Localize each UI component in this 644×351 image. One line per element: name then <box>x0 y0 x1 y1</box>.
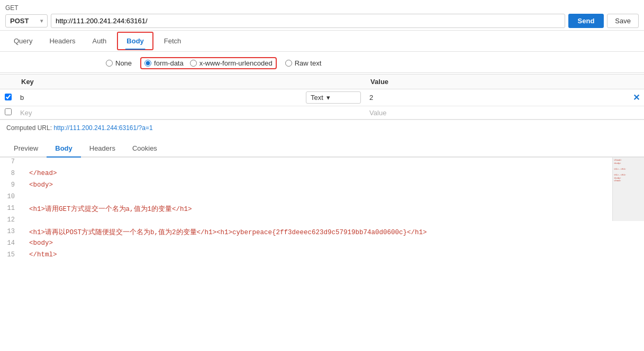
row1-type-value: Text <box>311 94 323 101</box>
request-tabs: Query Headers Auth Body Fetch <box>0 31 644 52</box>
line-number: 9 <box>0 181 19 189</box>
response-tabs: Preview Body Headers Cookies <box>0 140 644 158</box>
method-value: POST <box>10 17 29 25</box>
code-line: 10 <box>0 192 644 204</box>
row1-value-input[interactable] <box>369 94 624 101</box>
radio-none[interactable]: None <box>106 59 132 67</box>
code-line: 8 </head> <box>0 169 644 181</box>
row2-type-cell <box>302 106 365 119</box>
row2-value-input[interactable] <box>369 109 624 117</box>
code-line: 9 <body> <box>0 181 644 192</box>
code-line: 14 <body> <box>0 239 644 251</box>
line-content: </html> <box>19 251 59 259</box>
line-number: 11 <box>0 204 19 213</box>
code-viewer: 78 </head>9 <body>1011 <h1>请用GET方式提交一个名为… <box>0 158 644 262</box>
line-number: 10 <box>0 192 19 201</box>
radio-raw-text-label: Raw text <box>295 59 322 67</box>
send-button[interactable]: Send <box>568 14 604 28</box>
row1-type-dropdown[interactable]: Text ▾ <box>306 91 361 104</box>
url-row: POST ▾ Send Save <box>5 14 639 28</box>
minimap: </head><body><h1>...</h1><h1>...</h1><bo… <box>612 158 644 221</box>
col-key-header: Key <box>16 75 302 89</box>
line-number: 14 <box>0 239 19 247</box>
row2-key-cell <box>16 106 302 119</box>
tab-headers[interactable]: Headers <box>41 33 84 49</box>
radio-urlencoded-input[interactable] <box>190 60 197 67</box>
line-number: 13 <box>0 227 19 236</box>
line-content: <body> <box>19 239 55 247</box>
row1-checkbox[interactable] <box>5 94 12 100</box>
code-area: 78 </head>9 <body>1011 <h1>请用GET方式提交一个名为… <box>0 158 644 262</box>
col-action-header <box>628 75 644 89</box>
radio-form-data-input[interactable] <box>144 60 151 67</box>
resp-tab-preview[interactable]: Preview <box>5 140 47 156</box>
line-number: 15 <box>0 251 19 259</box>
row1-value-cell <box>365 89 628 106</box>
resp-tab-headers[interactable]: Headers <box>81 140 124 156</box>
line-content: <body> <box>19 181 55 189</box>
radio-none-input[interactable] <box>106 60 113 67</box>
row2-checkbox[interactable] <box>5 108 12 115</box>
resp-tab-body[interactable]: Body <box>47 140 81 156</box>
tab-auth[interactable]: Auth <box>84 33 115 49</box>
code-line: 7 <box>0 158 644 169</box>
line-content: <h1>请用GET方式提交一个名为a,值为1的变量</h1> <box>19 204 194 214</box>
line-number: 12 <box>0 216 19 224</box>
computed-url-link[interactable]: http://111.200.241.244:63161/?a=1 <box>53 124 152 132</box>
col-value-header: Value <box>365 75 628 89</box>
row2-value-cell <box>365 106 628 119</box>
computed-url-bar: Computed URL: http://111.200.241.244:631… <box>0 119 644 136</box>
radio-urlencoded[interactable]: x-www-form-urlencoded <box>190 59 273 67</box>
top-bar: GET POST ▾ Send Save <box>0 0 644 31</box>
col-checkbox <box>0 75 16 89</box>
tab-body[interactable]: Body <box>117 32 153 50</box>
code-line: 11 <h1>请用GET方式提交一个名为a,值为1的变量</h1> <box>0 204 644 216</box>
row1-key-input[interactable] <box>20 94 297 101</box>
row1-checkbox-cell[interactable] <box>0 89 16 106</box>
line-content <box>19 192 23 193</box>
body-type-row: None form-data x-www-form-urlencoded Raw… <box>0 52 644 72</box>
line-number: 7 <box>0 158 19 166</box>
code-line: 13 <h1>请再以POST方式随便提交一个名为b,值为2的变量</h1><h1… <box>0 227 644 239</box>
row2-key-input[interactable] <box>20 109 297 117</box>
radio-form-data-label: form-data <box>154 59 184 67</box>
code-line: 15 </html> <box>0 251 644 262</box>
form-table: Key Value Text <box>0 74 644 119</box>
url-input[interactable] <box>51 14 565 28</box>
save-button[interactable]: Save <box>607 14 639 28</box>
row2-checkbox-cell[interactable] <box>0 106 16 119</box>
row1-close-icon[interactable]: ✕ <box>633 93 640 102</box>
form-table-section: Key Value Text <box>0 72 644 119</box>
method-label: GET <box>5 4 639 12</box>
resp-tab-cookies[interactable]: Cookies <box>124 140 166 156</box>
radio-urlencoded-label: x-www-form-urlencoded <box>199 59 273 67</box>
radio-group-bordered: form-data x-www-form-urlencoded <box>140 57 277 69</box>
code-line: 12 <box>0 216 644 227</box>
radio-none-label: None <box>115 59 132 67</box>
col-type-header <box>302 75 365 89</box>
radio-raw-text[interactable]: Raw text <box>285 59 322 67</box>
table-row <box>0 106 644 119</box>
row1-key-cell <box>16 89 302 106</box>
table-row: Text ▾ ✕ <box>0 89 644 106</box>
method-select[interactable]: POST ▾ <box>5 14 48 27</box>
radio-form-data[interactable]: form-data <box>144 59 184 67</box>
line-content <box>19 216 23 217</box>
line-content: </head> <box>19 169 59 178</box>
chevron-down-icon: ▾ <box>40 18 43 24</box>
tab-query[interactable]: Query <box>5 33 41 49</box>
line-number: 8 <box>0 169 19 178</box>
tab-fetch[interactable]: Fetch <box>156 33 190 49</box>
row2-close-cell <box>628 106 644 119</box>
chevron-down-icon: ▾ <box>326 94 330 101</box>
line-content <box>19 158 23 159</box>
row1-type-cell[interactable]: Text ▾ <box>302 89 365 106</box>
app-container: GET POST ▾ Send Save Query Headers Auth … <box>0 0 644 262</box>
row1-close-cell[interactable]: ✕ <box>628 89 644 106</box>
radio-raw-text-input[interactable] <box>285 60 292 67</box>
computed-url-label: Computed URL: <box>6 124 52 132</box>
line-content: <h1>请再以POST方式随便提交一个名为b,值为2的变量</h1><h1>cy… <box>19 227 429 237</box>
